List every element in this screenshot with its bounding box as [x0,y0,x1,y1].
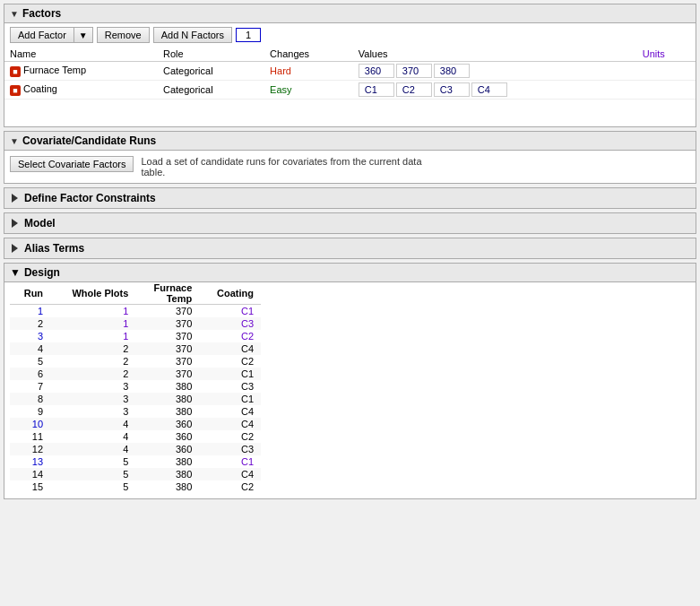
factor-value-item: 360 [359,64,394,78]
factors-collapse-triangle[interactable]: ▼ [10,9,19,19]
design-cell: C4 [199,405,261,418]
add-n-factors-button[interactable]: Add N Factors [153,27,232,43]
design-title: Design [24,266,60,279]
factor-value-item: C2 [396,82,432,97]
design-cell: C2 [199,430,261,443]
factor-value-item: C1 [359,82,394,97]
define-constraints-triangle [12,194,18,203]
design-table-row: 73380C3 [10,380,261,393]
design-cell: C1 [199,368,261,380]
factor-changes-cell: Easy [264,81,353,100]
factor-units-cell [637,81,696,100]
design-cell: 370 [135,355,199,368]
covariate-section-header: ▼ Covariate/Candidate Runs [4,132,696,151]
design-cell: 5 [10,355,50,368]
design-table-row: 11370C1 [10,305,261,318]
design-table-row: 62370C1 [10,368,261,380]
design-cell: 380 [135,468,199,480]
factor-icon: ■ [10,66,21,77]
covariate-collapse-triangle[interactable]: ▼ [10,136,19,146]
covariate-title: Covariate/Candidate Runs [22,134,156,147]
design-cell: 5 [50,468,135,480]
define-constraints-header[interactable]: Define Factor Constraints [4,188,696,208]
design-cell: C2 [199,330,261,342]
design-cell: 2 [50,355,135,368]
design-cell: 370 [135,317,199,330]
alias-terms-header[interactable]: Alias Terms [4,238,696,258]
design-cell: 3 [50,405,135,418]
factors-title: Factors [22,7,61,20]
design-cell: 4 [50,443,135,455]
remove-button[interactable]: Remove [97,27,150,43]
define-constraints-title: Define Factor Constraints [24,192,156,204]
design-cell: 370 [135,368,199,380]
design-cell: 3 [50,393,135,405]
col-header-values: Values [353,47,637,62]
design-cell: 380 [135,405,199,418]
add-factor-dropdown-arrow[interactable]: ▼ [73,27,93,43]
factor-value-item: C4 [471,82,507,97]
design-cell: 5 [50,455,135,468]
covariate-description: Load a set of candidate runs for covaria… [141,156,445,177]
design-table-row: 52370C2 [10,355,261,368]
model-header[interactable]: Model [4,213,696,233]
design-cell: 3 [10,330,50,342]
add-factor-button[interactable]: Add Factor [10,27,73,43]
design-cell: 8 [10,393,50,405]
factor-role-cell: Categorical [158,81,264,100]
design-cell: 13 [10,455,50,468]
factors-table: Name Role Changes Values Units ■Furnace … [4,47,696,100]
design-table-row: 124360C3 [10,443,261,455]
design-table-row: 83380C1 [10,393,261,405]
model-section: Model [4,212,696,234]
factor-name-cell: ■Coating [4,81,158,100]
design-cell: C4 [199,418,261,430]
add-factor-split-button[interactable]: Add Factor ▼ [10,27,93,43]
factor-value-item: 380 [434,64,470,78]
factor-changes-cell: Hard [264,62,353,81]
design-cell: C4 [199,468,261,480]
select-covariate-button[interactable]: Select Covariate Factors [10,156,134,172]
factors-table-row: ■Furnace TempCategoricalHard360370380 [4,62,696,81]
factor-units-cell [637,62,696,81]
design-cell: 360 [135,443,199,455]
alias-terms-triangle [12,244,18,253]
design-cell: C1 [199,393,261,405]
n-factors-input[interactable] [236,28,261,42]
design-table: Run Whole Plots FurnaceTemp Coating 1137… [10,282,261,493]
design-cell: C3 [199,380,261,393]
design-table-row: 135380C1 [10,455,261,468]
design-table-row: 114360C2 [10,430,261,443]
design-cell: 370 [135,342,199,355]
factors-section-header: ▼ Factors [4,4,696,23]
design-cell: 1 [50,330,135,342]
factors-table-row: ■CoatingCategoricalEasyC1C2C3C4 [4,81,696,100]
design-collapse-triangle[interactable]: ▼ [10,266,21,279]
model-triangle [12,219,18,228]
design-cell: 6 [10,368,50,380]
design-cell: 370 [135,330,199,342]
factor-values-cell: C1C2C3C4 [353,81,637,100]
design-cell: 4 [50,418,135,430]
design-col-coating: Coating [199,282,261,305]
main-container: ▼ Factors Add Factor ▼ Remove Add N Fact… [0,0,700,506]
design-cell: 9 [10,405,50,418]
col-header-changes: Changes [264,47,353,62]
design-cell: 2 [50,342,135,355]
design-cell: 4 [10,342,50,355]
design-cell: 4 [50,430,135,443]
factors-toolbar: Add Factor ▼ Remove Add N Factors [4,23,696,47]
col-header-units: Units [637,47,696,62]
design-col-whole-plots: Whole Plots [50,282,135,305]
design-cell: 11 [10,430,50,443]
design-cell: 5 [50,480,135,493]
design-cell: 380 [135,455,199,468]
design-cell: C2 [199,480,261,493]
factor-value-item: 370 [396,64,432,78]
design-cell: 380 [135,393,199,405]
design-cell: 7 [10,380,50,393]
factor-value-item: C3 [434,82,470,97]
design-cell: C1 [199,455,261,468]
factor-icon: ■ [10,85,21,96]
col-header-name: Name [4,47,158,62]
